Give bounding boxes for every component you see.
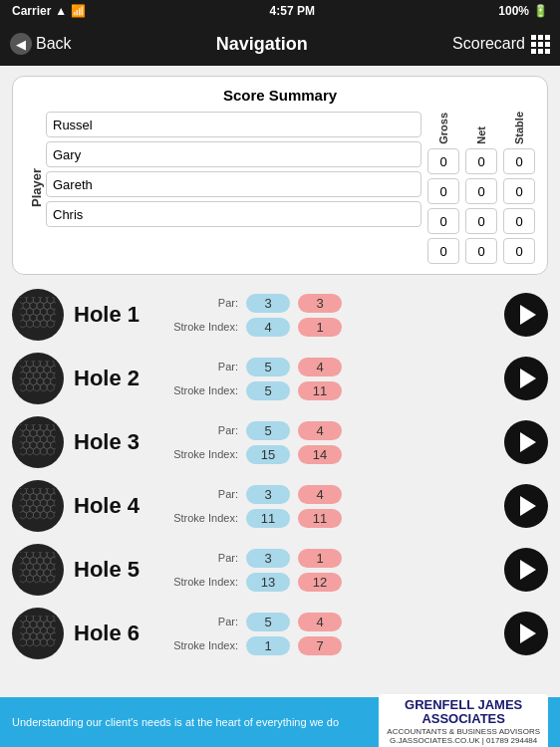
si-row: Stroke Index:17 <box>163 636 494 655</box>
back-button[interactable]: ◀ Back <box>10 33 72 55</box>
score-col-label: Stable <box>514 112 525 144</box>
holes-container: Hole 1Par:33Stroke Index:41Hole 2Par:54S… <box>12 289 548 659</box>
player-col-label: Player <box>25 112 46 264</box>
si-blue-badge: 15 <box>246 445 290 464</box>
nav-bar: ◀ Back Navigation Scorecard <box>0 22 560 66</box>
player-row <box>46 201 421 227</box>
svg-marker-95 <box>20 511 27 519</box>
si-label: Stroke Index: <box>163 448 238 460</box>
player-row <box>46 112 421 137</box>
score-cell: 0 <box>503 238 535 264</box>
svg-marker-74 <box>47 447 54 455</box>
par-pink-badge: 1 <box>298 549 342 568</box>
score-col-group: Net0000 <box>465 126 497 264</box>
si-blue-badge: 1 <box>246 636 290 655</box>
si-row: Stroke Index:1514 <box>163 445 494 464</box>
score-cell: 0 <box>503 208 535 234</box>
par-label: Par: <box>163 361 238 373</box>
score-summary-title: Score Summary <box>25 87 535 104</box>
svg-marker-124 <box>47 575 54 583</box>
play-button[interactable] <box>504 293 548 337</box>
scorecard-label: Scorecard <box>452 35 525 53</box>
scorecard-button[interactable]: Scorecard <box>452 35 550 54</box>
player-name-input[interactable] <box>46 171 421 197</box>
hole-stats: Par:54Stroke Index:511 <box>163 358 494 400</box>
ad-brand: GRENFELL JAMESASSOCIATES ACCOUNTANTS & B… <box>379 694 548 747</box>
ad-brand-name: GRENFELL JAMESASSOCIATES <box>387 698 540 727</box>
play-button[interactable] <box>504 420 548 464</box>
score-cell: 0 <box>465 238 497 264</box>
score-col-label: Net <box>476 126 487 144</box>
hole-row: Hole 1Par:33Stroke Index:41 <box>12 289 548 341</box>
par-pink-badge: 4 <box>298 613 342 631</box>
hole-stats: Par:31Stroke Index:1312 <box>163 549 494 592</box>
ad-text: Understanding our client's needs is at t… <box>12 715 369 729</box>
hole-icon <box>12 353 64 404</box>
play-triangle-icon <box>520 432 536 452</box>
par-pink-badge: 4 <box>298 421 342 440</box>
hole-stats: Par:33Stroke Index:41 <box>163 294 494 337</box>
si-row: Stroke Index:511 <box>163 381 494 400</box>
hole-label: Hole 1 <box>74 302 153 328</box>
hole-icon <box>12 544 64 596</box>
svg-marker-99 <box>47 511 54 519</box>
svg-marker-148 <box>40 638 47 646</box>
ad-banner: Understanding our client's needs is at t… <box>0 697 560 747</box>
score-summary-card: Score Summary Player Gross0000Net0000Sta… <box>12 76 548 275</box>
par-row: Par:31 <box>163 549 494 568</box>
si-label: Stroke Index: <box>163 384 238 396</box>
hole-label: Hole 3 <box>74 429 153 455</box>
play-button[interactable] <box>504 548 548 592</box>
svg-marker-123 <box>40 575 47 583</box>
back-label: Back <box>36 35 72 53</box>
score-cell: 0 <box>427 148 459 174</box>
si-blue-badge: 11 <box>246 509 290 528</box>
hole-row: Hole 4Par:34Stroke Index:1111 <box>12 480 548 532</box>
player-name-input[interactable] <box>46 141 421 167</box>
score-cell: 0 <box>465 178 497 204</box>
svg-marker-20 <box>20 320 27 328</box>
si-label: Stroke Index: <box>163 512 238 524</box>
si-label: Stroke Index: <box>163 576 238 588</box>
svg-marker-73 <box>40 447 47 455</box>
score-col-group: Gross0000 <box>427 113 459 264</box>
par-blue-badge: 5 <box>246 421 290 440</box>
par-pink-badge: 3 <box>298 294 342 313</box>
svg-marker-23 <box>40 320 47 328</box>
hole-label: Hole 2 <box>74 366 153 391</box>
svg-marker-146 <box>27 638 34 646</box>
si-pink-badge: 1 <box>298 318 342 337</box>
par-pink-badge: 4 <box>298 358 342 376</box>
play-button[interactable] <box>504 357 548 400</box>
play-triangle-icon <box>520 305 536 325</box>
grid-icon <box>531 35 550 54</box>
score-col-label: Gross <box>438 113 449 144</box>
svg-marker-96 <box>27 511 34 519</box>
si-row: Stroke Index:1312 <box>163 573 494 592</box>
hole-icon <box>12 480 64 532</box>
svg-marker-48 <box>40 383 47 391</box>
hole-stats: Par:34Stroke Index:1111 <box>163 485 494 528</box>
hole-row: Hole 2Par:54Stroke Index:511 <box>12 353 548 404</box>
status-left: Carrier ▲ 📶 <box>12 4 86 18</box>
score-columns: Gross0000Net0000Stable0000 <box>421 112 535 264</box>
play-button[interactable] <box>504 612 548 655</box>
par-label: Par: <box>163 424 238 436</box>
par-blue-badge: 5 <box>246 358 290 376</box>
svg-marker-24 <box>47 320 54 328</box>
par-blue-badge: 3 <box>246 294 290 313</box>
si-pink-badge: 11 <box>298 381 342 400</box>
player-name-input[interactable] <box>46 201 421 227</box>
play-triangle-icon <box>520 623 536 643</box>
hole-row: Hole 5Par:31Stroke Index:1312 <box>12 544 548 596</box>
score-cell: 0 <box>465 208 497 234</box>
status-time: 4:57 PM <box>270 4 315 18</box>
svg-marker-121 <box>27 575 34 583</box>
player-name-input[interactable] <box>46 112 421 137</box>
play-button[interactable] <box>504 484 548 528</box>
score-cell: 0 <box>465 148 497 174</box>
hole-row: Hole 6Par:54Stroke Index:17 <box>12 608 548 659</box>
si-row: Stroke Index:41 <box>163 318 494 337</box>
hole-label: Hole 5 <box>74 557 153 583</box>
svg-marker-147 <box>33 638 40 646</box>
